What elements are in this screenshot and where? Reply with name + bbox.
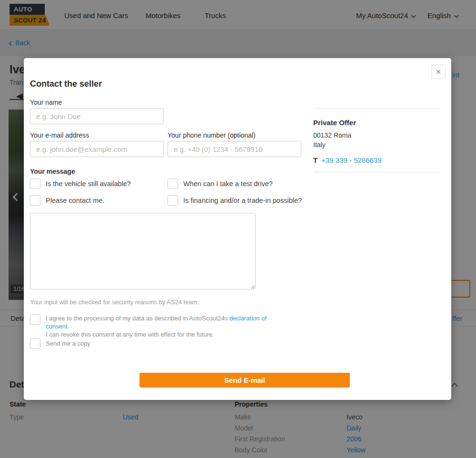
question-row: Is financing and/or a trade-in possible? xyxy=(168,195,302,206)
checkbox-label: When can I take a test drive? xyxy=(183,180,273,188)
consent-before: I agree to the processing of my data as … xyxy=(46,315,229,322)
close-icon[interactable]: × xyxy=(431,65,446,79)
send-copy-label: Send me a copy xyxy=(46,339,90,348)
checkbox-label: Please contact me. xyxy=(46,197,104,204)
checkbox-consent[interactable] xyxy=(30,314,40,325)
seller-country: Italy xyxy=(313,141,326,149)
email-label: Your e-mail address xyxy=(30,131,89,139)
send-email-button[interactable]: Send E-mail xyxy=(139,373,350,388)
checkbox-test-drive[interactable] xyxy=(168,179,178,189)
phone-prefix: T xyxy=(313,156,317,164)
checkbox-vehicle-available[interactable] xyxy=(30,179,40,189)
seller-phone-row: T+39 339 - 5286639 xyxy=(313,156,382,164)
consent-text: I agree to the processing of my data as … xyxy=(46,314,269,339)
consent-row: I agree to the processing of my data as … xyxy=(30,314,269,339)
seller-zip-city: 00132 Roma xyxy=(313,131,351,139)
modal-title: Contact the seller xyxy=(30,79,102,89)
question-row: Is the vehicle still available? xyxy=(30,179,131,189)
question-row: When can I take a test drive? xyxy=(168,179,273,189)
name-label: Your name xyxy=(30,99,62,106)
phone-input[interactable] xyxy=(168,141,301,157)
divider xyxy=(313,172,440,172)
seller-type: Private Offer xyxy=(313,119,356,127)
divider xyxy=(313,108,440,109)
contact-seller-modal: × Contact the seller Your name Your e-ma… xyxy=(24,58,451,400)
checkbox-send-copy[interactable] xyxy=(30,338,40,348)
checkbox-label: Is financing and/or a trade-in possible? xyxy=(183,197,302,204)
security-note: Your input will be checked for security … xyxy=(30,299,199,306)
checkbox-contact-me[interactable] xyxy=(30,195,40,206)
page: AUTO SCOUT 24 Used and New Cars Motorbik… xyxy=(0,0,476,458)
send-copy-row: Send me a copy xyxy=(30,338,90,348)
seller-phone-link[interactable]: +39 339 - 5286639 xyxy=(321,156,381,164)
checkbox-label: Is the vehicle still available? xyxy=(46,180,131,188)
email-input[interactable] xyxy=(30,141,164,157)
question-row: Please contact me. xyxy=(30,195,104,206)
checkbox-financing[interactable] xyxy=(168,195,178,206)
consent-line2: I can revoke this consent at any time wi… xyxy=(46,330,269,339)
message-label: Your message xyxy=(30,168,75,175)
consent-after: . xyxy=(68,323,69,330)
message-textarea[interactable] xyxy=(30,213,256,289)
name-input[interactable] xyxy=(30,108,164,124)
phone-label: Your phone number (optional) xyxy=(168,131,256,139)
